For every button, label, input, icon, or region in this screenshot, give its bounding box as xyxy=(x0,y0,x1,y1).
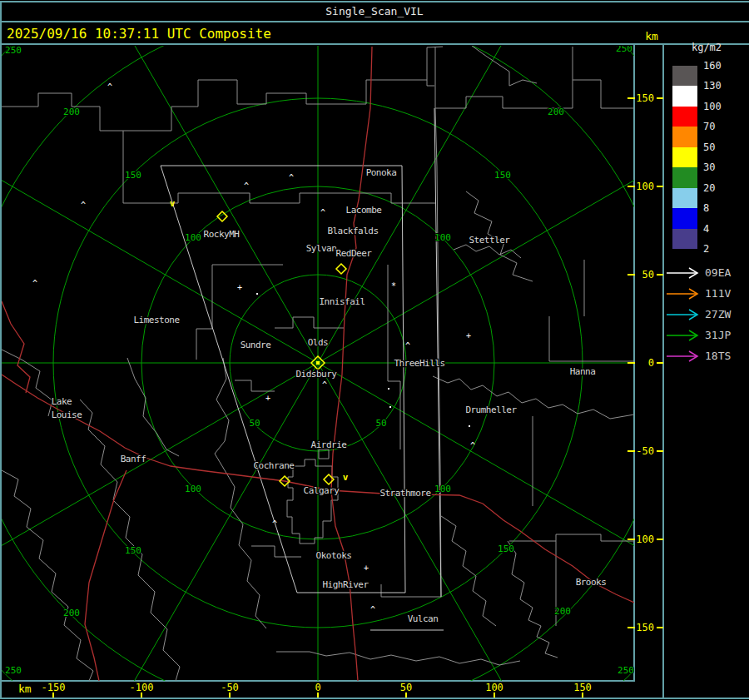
legend-swatch xyxy=(672,86,697,107)
site-id: 27ZW xyxy=(705,308,731,320)
svg-text:^: ^ xyxy=(322,380,327,390)
svg-text:200: 200 xyxy=(554,606,571,617)
svg-text:v: v xyxy=(170,198,176,209)
svg-text:200: 200 xyxy=(548,107,564,117)
svg-text:^: ^ xyxy=(289,173,294,182)
bottom-axis-tick-label: 0 xyxy=(315,682,320,693)
city-label: ThreeHills xyxy=(394,358,444,369)
right-axis-tick-label: 150 xyxy=(636,92,654,104)
city-label: Brooks xyxy=(576,577,607,588)
svg-text:150: 150 xyxy=(498,544,514,554)
legend-swatch xyxy=(672,127,697,147)
city-label: Cochrane xyxy=(254,460,295,471)
svg-text:v: v xyxy=(343,472,349,483)
legend-swatch xyxy=(672,188,697,208)
legend-threshold: 8 xyxy=(703,202,709,214)
scan-timestamp: 2025/09/16 10:37:11 UTC Composite xyxy=(7,26,271,42)
city-label: Lacombe xyxy=(346,205,382,216)
legend-swatch xyxy=(672,229,697,249)
legend-swatch xyxy=(672,208,697,229)
legend-threshold: 2 xyxy=(703,243,709,255)
right-axis-tick-label: -150 xyxy=(630,622,654,633)
svg-text:^: ^ xyxy=(470,441,475,450)
right-axis-tick-label: -50 xyxy=(636,445,654,457)
svg-text:100: 100 xyxy=(434,232,451,243)
city-label: HighRiver xyxy=(322,579,369,590)
legend-threshold: 130 xyxy=(703,80,722,92)
right-axis-tick-label: 100 xyxy=(636,181,654,192)
site-id: 111V xyxy=(705,287,731,300)
page-title: Single_Scan_VIL xyxy=(325,5,424,17)
city-label: Vulcan xyxy=(408,613,439,624)
city-label: Okotoks xyxy=(316,550,352,561)
city-label: Strathmore xyxy=(379,488,430,499)
city-label: RedDeer xyxy=(336,248,373,259)
svg-text:^: ^ xyxy=(370,605,375,614)
city-label: Innisfail xyxy=(319,296,365,307)
site-id: 18TS xyxy=(705,350,731,362)
right-axis-tick-label: -100 xyxy=(630,534,654,545)
svg-text:^: ^ xyxy=(107,82,112,92)
city-label: RockyMH xyxy=(204,229,240,240)
city-label: Drumheller xyxy=(465,405,517,415)
city-label: Stettler xyxy=(469,235,511,246)
bottom-axis-tick-label: 50 xyxy=(400,682,412,693)
svg-text:150: 150 xyxy=(125,545,141,556)
city-label: Didsbury xyxy=(296,369,338,380)
bottom-axis-tick-label: -150 xyxy=(42,682,66,693)
legend-threshold: 50 xyxy=(703,141,715,153)
svg-text:250: 250 xyxy=(618,665,634,676)
svg-text:50: 50 xyxy=(375,418,386,429)
radar-app-window: Single_Scan_VIL 2025/09/16 10:37:11 UTC … xyxy=(0,0,749,700)
svg-text:250: 250 xyxy=(5,665,22,676)
svg-text:100: 100 xyxy=(185,232,201,243)
city-label: Louise xyxy=(52,410,82,420)
svg-text:200: 200 xyxy=(63,107,80,117)
svg-text:^: ^ xyxy=(244,181,249,191)
legend-swatch xyxy=(672,107,697,127)
radar-display: Single_Scan_VIL 2025/09/16 10:37:11 UTC … xyxy=(0,0,749,700)
legend-threshold: 4 xyxy=(703,223,709,235)
city-label: Hanna xyxy=(570,366,596,377)
background xyxy=(0,0,749,700)
city-label: Sylvan xyxy=(306,243,337,254)
legend-threshold: 20 xyxy=(703,182,715,194)
svg-text:150: 150 xyxy=(125,170,141,181)
svg-text:+: + xyxy=(466,331,471,340)
bottom-axis-tick-label: -50 xyxy=(221,682,239,693)
svg-text:100: 100 xyxy=(185,484,201,494)
city-label: Sundre xyxy=(241,340,271,350)
svg-text:100: 100 xyxy=(434,484,451,494)
city-label: Lake xyxy=(52,396,72,407)
legend-threshold: 30 xyxy=(703,161,715,173)
site-id: 09EA xyxy=(705,266,731,279)
svg-text:^: ^ xyxy=(320,208,325,217)
legend-threshold: 100 xyxy=(703,101,722,112)
bottom-axis-unit: km xyxy=(18,683,32,695)
legend-swatch xyxy=(672,147,697,167)
city-label: Calgary xyxy=(304,485,340,496)
legend-swatch xyxy=(672,66,697,86)
site-id: 31JP xyxy=(705,329,731,341)
city-label: Airdrie xyxy=(311,439,347,450)
legend-threshold: 70 xyxy=(703,121,715,132)
city-label: Banff xyxy=(121,454,146,464)
right-axis-unit: km xyxy=(645,30,658,42)
svg-text:50: 50 xyxy=(249,418,260,429)
city-label: Olds xyxy=(308,337,329,348)
bottom-axis-tick-label: 100 xyxy=(485,682,503,693)
svg-text:+: + xyxy=(364,563,369,573)
bottom-axis-tick-label: 150 xyxy=(573,682,592,693)
svg-text:250: 250 xyxy=(5,45,22,56)
svg-text:^: ^ xyxy=(272,519,277,529)
right-axis-tick-label: 0 xyxy=(648,357,654,369)
svg-text:200: 200 xyxy=(63,608,80,618)
right-axis-tick-label: 50 xyxy=(642,269,654,280)
legend-swatch xyxy=(672,167,697,188)
svg-text:+: + xyxy=(237,283,242,292)
city-label: Limestone xyxy=(133,315,179,325)
legend-threshold: 160 xyxy=(703,60,722,72)
svg-text:^: ^ xyxy=(32,279,37,288)
svg-text:+: + xyxy=(265,394,270,403)
svg-text:^: ^ xyxy=(81,201,86,210)
